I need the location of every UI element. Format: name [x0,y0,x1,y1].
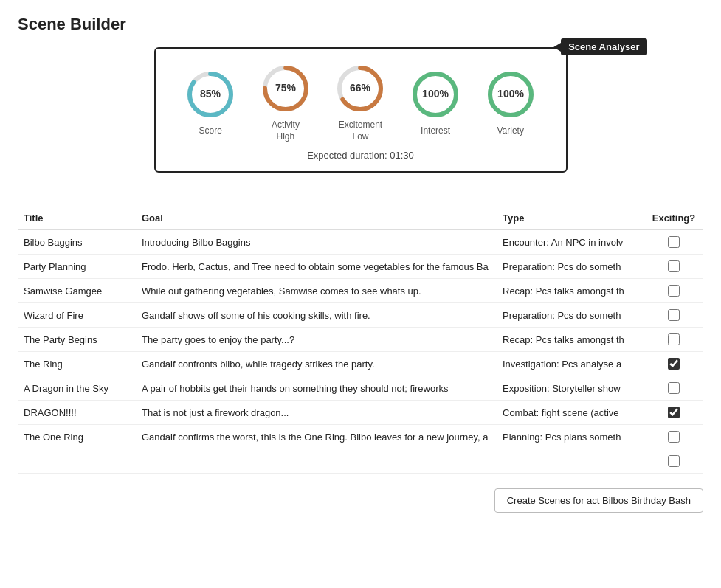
page-title: Scene Builder [18,15,703,34]
exciting-checkbox-7[interactable] [668,407,680,418]
table-row [18,449,703,474]
header-goal: Goal [136,208,497,230]
exciting-checkbox-2[interactable] [668,285,680,297]
svg-text:66%: 66% [350,82,371,94]
duration-value: 01:30 [390,150,414,161]
cell-type: Planning: Pcs plans someth [497,425,644,449]
gauge-activity: 75%ActivityHigh [259,62,312,142]
cell-exciting [644,255,703,279]
cell-title: Party Planning [18,255,136,279]
cell-exciting [644,279,703,303]
exciting-checkbox-3[interactable] [668,309,680,321]
cell-goal [136,449,497,474]
cell-goal: Frodo. Herb, Cactus, and Tree need to ob… [136,255,497,279]
cell-title: Bilbo Baggins [18,230,136,255]
cell-title: The Party Begins [18,328,136,352]
scene-analyser-label: Scene Analyser [561,38,646,55]
header-title: Title [18,208,136,230]
cell-type [497,449,644,474]
table-row: The One RingGandalf confirms the worst, … [18,425,703,449]
header-type: Type [497,208,644,230]
cell-type: Combat: fight scene (active [497,401,644,425]
exciting-checkbox-4[interactable] [668,333,680,345]
table-row: Party PlanningFrodo. Herb, Cactus, and T… [18,255,703,279]
cell-exciting [644,328,703,352]
table-row: DRAGON!!!!That is not just a firework dr… [18,401,703,425]
cell-goal: Introducing Bilbo Baggins [136,230,497,255]
exciting-checkbox-6[interactable] [668,382,680,394]
duration-row: Expected duration: 01:30 [173,150,548,161]
gauge-interest: 100%Interest [409,68,462,137]
cell-type: Encounter: An NPC in involv [497,230,644,255]
gauge-excitement: 66%ExcitementLow [334,62,387,142]
cell-title: Samwise Gamgee [18,279,136,303]
create-scenes-button[interactable]: Create Scenes for act Bilbos Birthday Ba… [494,488,703,513]
cell-title: The One Ring [18,425,136,449]
gauge-label-variety: Variety [497,125,523,137]
scenes-table-container: Title Goal Type Exciting? Bilbo BagginsI… [18,208,703,474]
gauge-label-excitement: ExcitementLow [339,120,382,142]
analyser-panel: Scene Analyser 85%Score75%ActivityHigh66… [154,47,568,173]
gauge-label-interest: Interest [421,125,450,137]
cell-title: The Ring [18,352,136,376]
table-row: The RingGandalf confronts bilbo, while t… [18,352,703,376]
svg-text:100%: 100% [422,88,449,100]
cell-title: A Dragon in the Sky [18,376,136,401]
table-row: The Party BeginsThe party goes to enjoy … [18,328,703,352]
gauges-row: 85%Score75%ActivityHigh66%ExcitementLow1… [173,62,548,142]
gauge-score: 85%Score [184,68,237,137]
cell-goal: While out gathering vegetables, Samwise … [136,279,497,303]
cell-type: Preparation: Pcs do someth [497,255,644,279]
scenes-table: Title Goal Type Exciting? Bilbo BagginsI… [18,208,703,474]
duration-label: Expected duration: [307,150,387,161]
exciting-checkbox-9[interactable] [668,455,680,467]
header-exciting: Exciting? [644,208,703,230]
cell-type: Investigation: Pcs analyse a [497,352,644,376]
cell-exciting [644,303,703,328]
table-row: A Dragon in the SkyA pair of hobbits get… [18,376,703,401]
gauge-variety: 100%Variety [484,68,537,137]
cell-exciting [644,230,703,255]
table-row: Bilbo BagginsIntroducing Bilbo BagginsEn… [18,230,703,255]
cell-goal: A pair of hobbits get their hands on som… [136,376,497,401]
cell-goal: Gandalf shows off some of his cooking sk… [136,303,497,328]
cell-goal: Gandalf confirms the worst, this is the … [136,425,497,449]
svg-text:85%: 85% [200,88,221,100]
exciting-checkbox-8[interactable] [668,431,680,443]
cell-title: Wizard of Fire [18,303,136,328]
gauge-label-activity: ActivityHigh [272,120,300,142]
cell-exciting [644,352,703,376]
svg-text:75%: 75% [275,82,297,94]
exciting-checkbox-1[interactable] [668,260,680,272]
cell-type: Recap: Pcs talks amongst th [497,328,644,352]
cell-exciting [644,425,703,449]
cell-title [18,449,136,474]
cell-goal: Gandalf confronts bilbo, while tragedy s… [136,352,497,376]
cell-goal: The party goes to enjoy the party...? [136,328,497,352]
cell-exciting [644,401,703,425]
gauge-label-score: Score [199,125,222,137]
cell-exciting [644,449,703,474]
cell-title: DRAGON!!!! [18,401,136,425]
exciting-checkbox-5[interactable] [668,358,680,370]
table-row: Wizard of FireGandalf shows off some of … [18,303,703,328]
cell-exciting [644,376,703,401]
table-row: Samwise GamgeeWhile out gathering vegeta… [18,279,703,303]
cell-goal: That is not just a firework dragon... [136,401,497,425]
svg-text:100%: 100% [497,88,524,100]
exciting-checkbox-0[interactable] [668,236,680,248]
cell-type: Exposition: Storyteller show [497,376,644,401]
cell-type: Recap: Pcs talks amongst th [497,279,644,303]
footer: Create Scenes for act Bilbos Birthday Ba… [18,488,703,513]
cell-type: Preparation: Pcs do someth [497,303,644,328]
